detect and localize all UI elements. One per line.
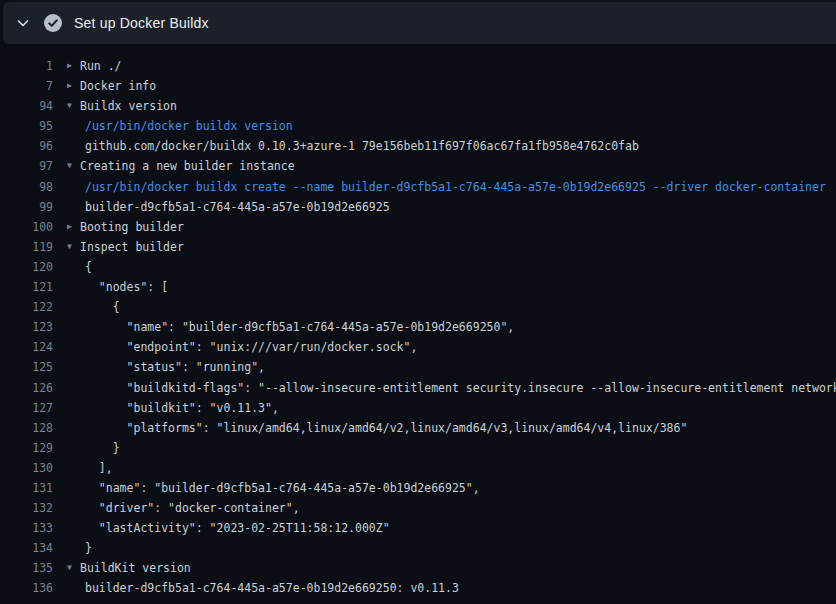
log-line: 136builder-d9cfb5a1-c764-445a-a57e-0b19d… [0, 578, 836, 598]
line-number[interactable]: 125 [0, 357, 53, 377]
log-line: 98/usr/bin/docker buildx create --name b… [0, 177, 836, 197]
log-line: 96github.com/docker/buildx 0.10.3+azure-… [0, 136, 836, 156]
line-number[interactable]: 99 [0, 197, 53, 217]
group-title: Buildx version [80, 99, 177, 113]
output-text: "endpoint": "unix:///var/run/docker.sock… [53, 337, 836, 357]
group-expanded-icon[interactable]: ▼ [67, 558, 80, 578]
line-number[interactable]: 94 [0, 96, 53, 116]
log-line[interactable]: 7▶Docker info [0, 76, 836, 96]
log-line[interactable]: 100▶Booting builder [0, 217, 836, 237]
output-text: "nodes": [ [53, 277, 836, 297]
line-number[interactable]: 134 [0, 538, 53, 558]
line-number[interactable]: 131 [0, 478, 53, 498]
log-line: 127 "buildkit": "v0.11.3", [0, 398, 836, 418]
log-line[interactable]: 1▶Run ./ [0, 56, 836, 76]
log-line: 121 "nodes": [ [0, 277, 836, 297]
command-text: /usr/bin/docker buildx version [53, 116, 836, 136]
log-line: 129 } [0, 438, 836, 458]
log-container: 1▶Run ./7▶Docker info94▼Buildx version95… [0, 44, 836, 599]
line-number[interactable]: 129 [0, 438, 53, 458]
log-line: 99builder-d9cfb5a1-c764-445a-a57e-0b19d2… [0, 197, 836, 217]
line-number[interactable]: 135 [0, 558, 53, 578]
group-title: Docker info [80, 79, 156, 93]
output-text: } [53, 438, 836, 458]
output-text: builder-d9cfb5a1-c764-445a-a57e-0b19d2e6… [53, 578, 836, 598]
output-text: "driver": "docker-container", [53, 498, 836, 518]
log-line: 132 "driver": "docker-container", [0, 498, 836, 518]
line-number[interactable]: 127 [0, 398, 53, 418]
output-text: "platforms": "linux/amd64,linux/amd64/v2… [53, 418, 836, 438]
line-number[interactable]: 128 [0, 418, 53, 438]
log-line: 122 { [0, 297, 836, 317]
line-number[interactable]: 98 [0, 177, 53, 197]
output-text: { [53, 257, 836, 277]
group-expanded-icon[interactable]: ▼ [67, 237, 80, 257]
line-number[interactable]: 136 [0, 578, 53, 598]
output-text: "name": "builder-d9cfb5a1-c764-445a-a57e… [53, 478, 836, 498]
line-number[interactable]: 121 [0, 277, 53, 297]
check-circle-icon [44, 14, 62, 32]
step-title: Set up Docker Buildx [74, 15, 209, 31]
log-line: 125 "status": "running", [0, 357, 836, 377]
log-line: 95/usr/bin/docker buildx version [0, 116, 836, 136]
line-number[interactable]: 126 [0, 378, 53, 398]
line-number[interactable]: 97 [0, 156, 53, 176]
group-collapsed-icon[interactable]: ▶ [67, 217, 80, 237]
group-title: Booting builder [80, 220, 184, 234]
group-collapsed-icon[interactable]: ▶ [67, 56, 80, 76]
log-line[interactable]: 97▼Creating a new builder instance [0, 156, 836, 176]
log-line: 133 "lastActivity": "2023-02-25T11:58:12… [0, 518, 836, 538]
step-header[interactable]: Set up Docker Buildx [3, 2, 836, 44]
log-line: 131 "name": "builder-d9cfb5a1-c764-445a-… [0, 478, 836, 498]
log-line: 120{ [0, 257, 836, 277]
group-title: Creating a new builder instance [80, 159, 295, 173]
line-number[interactable]: 1 [0, 56, 53, 76]
output-text: "lastActivity": "2023-02-25T11:58:12.000… [53, 518, 836, 538]
group-expanded-icon[interactable]: ▼ [67, 156, 80, 176]
group-title: Inspect builder [80, 240, 184, 254]
line-number[interactable]: 100 [0, 217, 53, 237]
output-text: "name": "builder-d9cfb5a1-c764-445a-a57e… [53, 317, 836, 337]
output-text: ], [53, 458, 836, 478]
output-text: github.com/docker/buildx 0.10.3+azure-1 … [53, 136, 836, 156]
group-title: BuildKit version [80, 561, 191, 575]
log-line[interactable]: 94▼Buildx version [0, 96, 836, 116]
log-line[interactable]: 135▼BuildKit version [0, 558, 836, 578]
output-text: "status": "running", [53, 357, 836, 377]
line-number[interactable]: 132 [0, 498, 53, 518]
log-line: 126 "buildkitd-flags": "--allow-insecure… [0, 378, 836, 398]
output-text: "buildkit": "v0.11.3", [53, 398, 836, 418]
line-number[interactable]: 119 [0, 237, 53, 257]
log-line: 130 ], [0, 458, 836, 478]
line-number[interactable]: 120 [0, 257, 53, 277]
output-text: { [53, 297, 836, 317]
log-line: 123 "name": "builder-d9cfb5a1-c764-445a-… [0, 317, 836, 337]
group-expanded-icon[interactable]: ▼ [67, 96, 80, 116]
line-number[interactable]: 7 [0, 76, 53, 96]
output-text: "buildkitd-flags": "--allow-insecure-ent… [53, 378, 836, 398]
chevron-down-icon[interactable] [15, 15, 31, 31]
command-text: /usr/bin/docker buildx create --name bui… [53, 177, 836, 197]
line-number[interactable]: 123 [0, 317, 53, 337]
line-number[interactable]: 122 [0, 297, 53, 317]
log-line: 128 "platforms": "linux/amd64,linux/amd6… [0, 418, 836, 438]
group-collapsed-icon[interactable]: ▶ [67, 76, 80, 96]
group-title: Run ./ [80, 59, 122, 73]
line-number[interactable]: 96 [0, 136, 53, 156]
line-number[interactable]: 133 [0, 518, 53, 538]
log-line: 134} [0, 538, 836, 558]
output-text: builder-d9cfb5a1-c764-445a-a57e-0b19d2e6… [53, 197, 836, 217]
output-text: } [53, 538, 836, 558]
log-line: 124 "endpoint": "unix:///var/run/docker.… [0, 337, 836, 357]
log-line[interactable]: 119▼Inspect builder [0, 237, 836, 257]
line-number[interactable]: 95 [0, 116, 53, 136]
line-number[interactable]: 124 [0, 337, 53, 357]
line-number[interactable]: 130 [0, 458, 53, 478]
